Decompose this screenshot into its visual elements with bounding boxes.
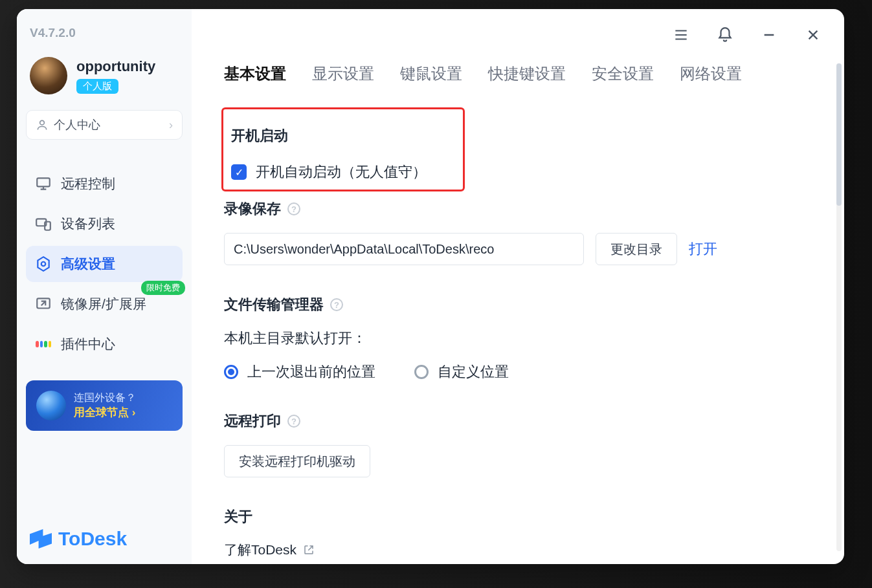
chevron-right-icon: › <box>169 118 173 132</box>
highlight-box: 开机启动 ✓ 开机自动启动（无人值守） <box>221 107 465 191</box>
promo-line1: 连国外设备？ <box>74 391 136 405</box>
tab-display[interactable]: 显示设置 <box>312 61 374 87</box>
nav-advanced-settings[interactable]: 高级设置 <box>26 246 183 282</box>
personal-center-button[interactable]: 个人中心 › <box>26 110 183 140</box>
minimize-icon[interactable] <box>760 26 778 44</box>
recording-path-input[interactable] <box>224 233 584 265</box>
user-block: opportunity 个人版 <box>26 54 183 103</box>
user-icon <box>36 118 49 131</box>
filetransfer-subtitle: 本机主目录默认打开： <box>224 329 812 348</box>
brand: ToDesk <box>26 515 183 552</box>
external-screen-icon <box>35 296 52 312</box>
close-icon[interactable] <box>804 26 822 44</box>
startup-checkbox-row[interactable]: ✓ 开机自动启动（无人值守） <box>231 162 455 182</box>
settings-content: 基本设置 显示设置 键鼠设置 快捷键设置 安全设置 网络设置 开机启动 ✓ 开机… <box>192 61 844 564</box>
monitor-icon <box>35 175 52 192</box>
menu-icon[interactable] <box>672 26 690 44</box>
sidebar-nav: 远程控制 设备列表 高级设置 限时免费 镜像屏/扩展屏 <box>26 166 183 362</box>
nav-label: 高级设置 <box>61 255 115 273</box>
radio-label: 自定义位置 <box>438 362 509 382</box>
svg-point-0 <box>40 120 45 125</box>
tab-keymouse[interactable]: 键鼠设置 <box>400 61 462 87</box>
nav-device-list[interactable]: 设备列表 <box>26 206 183 242</box>
nav-label: 插件中心 <box>61 335 115 353</box>
sidebar: V4.7.2.0 opportunity 个人版 个人中心 › 远程 <box>17 9 192 564</box>
section-filetransfer-title: 文件传输管理器 ? <box>224 295 812 314</box>
main: 基本设置 显示设置 键鼠设置 快捷键设置 安全设置 网络设置 开机启动 ✓ 开机… <box>192 9 844 564</box>
startup-checkbox-label: 开机自动启动（无人值守） <box>256 162 427 182</box>
nav-label: 镜像屏/扩展屏 <box>61 295 146 313</box>
plugin-icon <box>35 336 52 353</box>
help-icon[interactable]: ? <box>330 298 343 311</box>
radio-checked-icon <box>224 365 238 379</box>
promo-line2: 用全球节点 › <box>74 405 136 420</box>
nav-label: 设备列表 <box>61 215 115 233</box>
checkbox-checked-icon[interactable]: ✓ <box>231 164 247 180</box>
version-label: V4.7.2.0 <box>26 21 183 54</box>
radio-label: 上一次退出前的位置 <box>247 362 375 382</box>
radio-last-position[interactable]: 上一次退出前的位置 <box>224 362 375 382</box>
gear-hex-icon <box>35 256 52 272</box>
help-icon[interactable]: ? <box>287 202 300 215</box>
section-startup-title: 开机启动 <box>231 126 455 146</box>
globe-icon <box>36 391 66 420</box>
svg-rect-1 <box>37 178 50 186</box>
radio-custom-position[interactable]: 自定义位置 <box>414 362 509 382</box>
tab-shortcut[interactable]: 快捷键设置 <box>488 61 566 87</box>
promo-banner[interactable]: 连国外设备？ 用全球节点 › <box>26 380 183 431</box>
tab-basic[interactable]: 基本设置 <box>224 61 286 87</box>
radio-unchecked-icon <box>414 365 429 379</box>
open-dir-link[interactable]: 打开 <box>689 239 717 259</box>
nav-remote-control[interactable]: 远程控制 <box>26 166 183 202</box>
titlebar <box>192 9 844 61</box>
free-badge: 限时免费 <box>141 281 185 295</box>
devices-icon <box>35 215 52 232</box>
user-name: opportunity <box>76 58 155 75</box>
tab-network[interactable]: 网络设置 <box>680 61 742 87</box>
help-icon[interactable]: ? <box>287 415 300 428</box>
plan-badge: 个人版 <box>76 79 118 94</box>
nav-mirror-extend[interactable]: 限时免费 镜像屏/扩展屏 <box>26 286 183 322</box>
bell-icon[interactable] <box>716 26 734 44</box>
install-printer-driver-button[interactable]: 安装远程打印机驱动 <box>224 445 370 477</box>
nav-plugin-center[interactable]: 插件中心 <box>26 326 183 362</box>
brand-logo-icon <box>30 529 52 549</box>
avatar[interactable] <box>30 57 67 94</box>
settings-tabs: 基本设置 显示设置 键鼠设置 快捷键设置 安全设置 网络设置 <box>224 61 812 87</box>
nav-label: 远程控制 <box>61 175 115 193</box>
brand-text: ToDesk <box>58 528 127 550</box>
section-about-title: 关于 <box>224 507 812 527</box>
app-window: V4.7.2.0 opportunity 个人版 个人中心 › 远程 <box>17 9 844 564</box>
tab-security[interactable]: 安全设置 <box>592 61 654 87</box>
scrollbar-thumb[interactable] <box>836 63 842 206</box>
svg-point-4 <box>41 262 46 267</box>
personal-center-label: 个人中心 <box>54 117 100 133</box>
section-recording-title: 录像保存 ? <box>224 199 812 219</box>
section-remoteprint-title: 远程打印 ? <box>224 411 812 431</box>
external-link-icon <box>303 544 315 556</box>
change-dir-button[interactable]: 更改目录 <box>596 233 677 265</box>
learn-todesk-link[interactable]: 了解ToDesk <box>224 541 812 559</box>
